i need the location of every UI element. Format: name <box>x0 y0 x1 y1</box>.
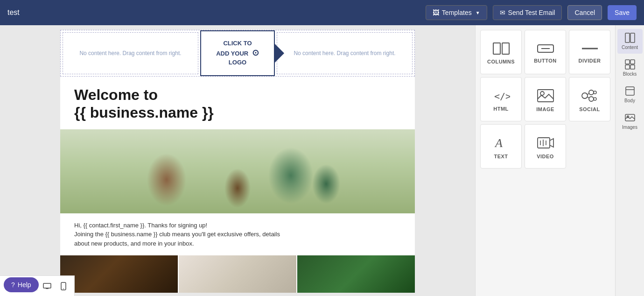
divider-label: DIVIDER <box>578 58 601 63</box>
chevron-down-icon: ▼ <box>476 10 480 15</box>
text-label: TEXT <box>494 154 508 159</box>
welcome-title: Welcome to {{ business.name }} <box>74 86 401 122</box>
svg-point-4 <box>63 288 64 289</box>
svg-rect-31 <box>626 87 634 95</box>
send-test-email-button[interactable]: ✉ Send Test Email <box>493 5 562 20</box>
welcome-section: Welcome to {{ business.name }} <box>60 77 415 122</box>
templates-icon: 🖼 <box>433 9 439 16</box>
icon-sidebar: Content Blocks Body <box>615 25 644 296</box>
sidebar-item-images[interactable]: Images <box>617 109 643 134</box>
text-icon: A <box>492 136 510 150</box>
page-title: test <box>7 8 420 17</box>
columns-icon <box>492 42 510 55</box>
sidebar-item-blocks[interactable]: Blocks <box>617 56 643 80</box>
templates-button[interactable]: 🖼 Templates ▼ <box>426 5 487 20</box>
social-icon <box>581 89 599 103</box>
logo-row: No content here. Drag content from right… <box>60 30 415 77</box>
svg-rect-21 <box>538 138 550 148</box>
logo-icon: ⊙ <box>252 48 259 57</box>
html-icon: </> <box>492 89 510 102</box>
hero-image-inner <box>60 129 415 213</box>
image-thumbnail-2 <box>179 255 296 293</box>
logo-center-text: CLICK TO ADD YOUR ⊙ LOGO <box>216 40 259 66</box>
svg-rect-28 <box>630 60 635 64</box>
image-icon <box>537 89 554 103</box>
content-item-text[interactable]: A TEXT <box>480 124 522 169</box>
content-item-button[interactable]: BUTTON <box>525 30 566 74</box>
content-sidebar-label: Content <box>622 45 638 50</box>
svg-rect-5 <box>493 43 500 54</box>
body-icon <box>625 86 635 96</box>
main-layout: No content here. Drag content from right… <box>0 25 644 296</box>
right-panel: COLUMNS BUTTON DIVIDER <box>475 25 644 296</box>
content-grid: COLUMNS BUTTON DIVIDER <box>480 30 610 169</box>
email-icon: ✉ <box>500 9 505 16</box>
content-icon <box>625 33 635 43</box>
svg-rect-11 <box>538 90 553 102</box>
image-thumbnail-1 <box>60 255 178 293</box>
svg-point-15 <box>589 97 594 101</box>
body-text: Hi, {{ contact.first_name }}. Thanks for… <box>60 213 415 256</box>
images-icon <box>625 113 635 123</box>
content-item-html[interactable]: </> HTML <box>480 77 522 121</box>
content-item-divider[interactable]: DIVIDER <box>569 30 610 74</box>
svg-line-18 <box>588 93 589 94</box>
cancel-button[interactable]: Cancel <box>567 5 602 20</box>
logo-placeholder-right: No content here. Drag content from right… <box>277 32 413 74</box>
svg-rect-6 <box>502 43 509 54</box>
svg-rect-29 <box>625 65 630 69</box>
help-icon: ? <box>11 281 15 289</box>
desktop-view-button[interactable] <box>40 279 55 294</box>
blocks-icon <box>625 59 635 70</box>
svg-point-16 <box>594 91 596 94</box>
svg-point-13 <box>582 93 588 99</box>
images-sidebar-label: Images <box>622 125 637 130</box>
save-button[interactable]: Save <box>608 5 637 20</box>
svg-point-12 <box>540 92 544 95</box>
columns-label: COLUMNS <box>487 59 515 64</box>
svg-rect-26 <box>630 33 635 42</box>
svg-text:</>: </> <box>494 91 510 102</box>
canvas-wrapper: No content here. Drag content from right… <box>0 25 475 296</box>
svg-point-14 <box>589 90 594 95</box>
svg-text:A: A <box>494 136 503 150</box>
svg-rect-27 <box>625 60 630 64</box>
social-label: SOCIAL <box>579 106 600 112</box>
svg-point-17 <box>594 98 596 100</box>
svg-line-19 <box>588 97 589 98</box>
email-canvas: No content here. Drag content from right… <box>60 30 415 293</box>
mobile-view-button[interactable] <box>56 279 71 294</box>
header: test 🖼 Templates ▼ ✉ Send Test Email Can… <box>0 0 644 25</box>
content-panel: COLUMNS BUTTON DIVIDER <box>475 25 615 296</box>
video-icon <box>537 136 554 150</box>
svg-rect-30 <box>630 65 635 69</box>
image-thumbnail-3 <box>297 255 415 293</box>
image-label: IMAGE <box>536 106 554 112</box>
content-item-video[interactable]: VIDEO <box>525 124 566 169</box>
blocks-sidebar-label: Blocks <box>623 71 637 77</box>
sidebar-item-body[interactable]: Body <box>617 82 643 107</box>
sidebar-item-content[interactable]: Content <box>617 29 643 54</box>
canvas-scroll[interactable]: No content here. Drag content from right… <box>0 25 475 296</box>
logo-center[interactable]: CLICK TO ADD YOUR ⊙ LOGO <box>200 30 275 76</box>
content-item-social[interactable]: SOCIAL <box>569 77 610 121</box>
button-label: BUTTON <box>534 58 557 63</box>
logo-arrow-icon <box>274 43 284 63</box>
button-icon <box>537 43 554 54</box>
divider-icon <box>581 43 599 54</box>
body-sidebar-label: Body <box>624 98 635 103</box>
html-label: HTML <box>493 106 509 112</box>
video-label: VIDEO <box>537 154 554 159</box>
content-item-image[interactable]: IMAGE <box>525 77 566 121</box>
svg-rect-25 <box>625 33 630 42</box>
content-item-columns[interactable]: COLUMNS <box>480 30 522 74</box>
svg-rect-0 <box>43 283 51 288</box>
help-button[interactable]: ? Help <box>4 277 39 292</box>
images-row <box>60 255 415 293</box>
hero-image <box>60 129 415 213</box>
logo-placeholder-left: No content here. Drag content from right… <box>63 32 198 74</box>
